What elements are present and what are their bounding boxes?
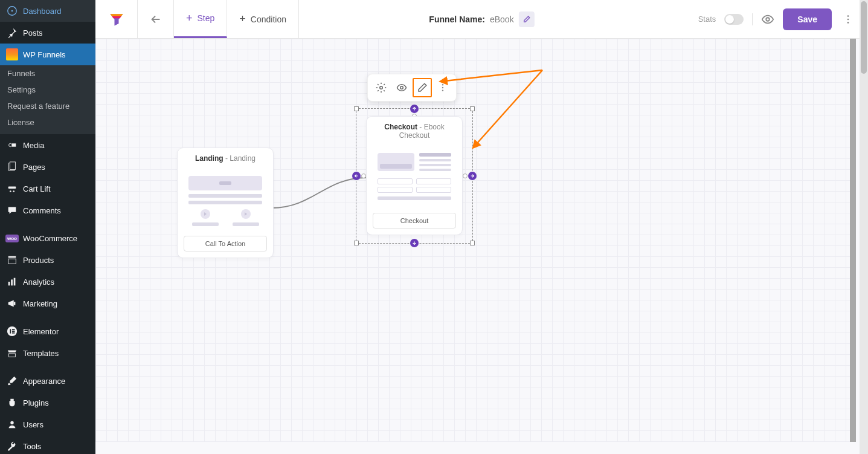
svg-rect-9 [8,259,16,264]
funnel-icon [108,11,125,28]
resize-handle[interactable] [354,106,359,111]
svg-rect-13 [14,302,16,305]
sidebar-item-label: Elementor [23,327,59,336]
sidebar-item-dashboard[interactable]: Dashboard [0,0,95,22]
sidebar-item-label: WooCommerce [23,234,77,243]
port-top[interactable] [410,105,419,113]
sidebar-item-marketing[interactable]: Marketing [0,293,95,314]
dashboard-icon [6,5,18,17]
sidebar-item-label: Users [23,420,43,429]
page-icon [6,161,18,173]
eye-icon [761,13,774,26]
media-icon [6,139,18,151]
edit-name-button[interactable] [519,11,535,27]
stats-toggle[interactable] [724,14,744,25]
woo-icon: woo [6,232,18,244]
sidebar-item-comments[interactable]: Comments [0,199,95,221]
user-icon [6,418,18,430]
submenu-request[interactable]: Request a feature [0,98,95,114]
gear-icon [376,82,387,93]
wpfunnels-icon [6,48,18,60]
wrench-icon [6,440,18,452]
resize-handle[interactable] [470,106,475,111]
products-icon [6,254,18,266]
svg-point-20 [10,421,13,424]
tab-step[interactable]: + Step [174,0,227,38]
svg-point-2 [9,143,12,146]
svg-point-7 [13,190,14,192]
submenu-settings[interactable]: Settings [0,82,95,98]
svg-rect-12 [14,278,16,286]
sidebar-item-label: Plugins [23,398,49,407]
plug-icon [6,397,18,409]
analytics-icon [6,276,18,288]
eye-icon [396,82,407,93]
sidebar-item-media[interactable]: Media [0,134,95,156]
sidebar-item-templates[interactable]: Templates [0,342,95,364]
submenu-license[interactable]: License [0,114,95,131]
cta-button[interactable]: Checkout [373,213,456,229]
svg-point-26 [400,86,403,89]
scrollbar[interactable] [860,0,868,454]
port-left[interactable] [352,172,361,180]
tab-condition[interactable]: + Condition [227,0,299,38]
svg-point-29 [442,90,443,91]
sidebar-item-wpfunnels[interactable]: WP Funnels [0,44,95,65]
step-card-landing[interactable]: Landing - Landing Call To Action [177,148,274,258]
back-button[interactable] [138,0,174,38]
port-bottom[interactable] [410,239,419,247]
funnel-name-label: Funnel Name: [429,15,485,24]
sidebar-item-elementor[interactable]: Elementor [0,320,95,342]
sidebar-item-label: Marketing [23,299,57,308]
sidebar-item-tools[interactable]: Tools [0,435,95,454]
sidebar-item-label: Media [23,141,44,150]
funnel-name: Funnel Name: eBook [429,11,534,27]
templates-icon [6,347,18,359]
sidebar-item-cartlift[interactable]: Cart Lift [0,178,95,199]
stats-label: Stats [698,15,716,24]
dots-vertical-icon [438,83,448,92]
step-more-button[interactable] [433,78,452,97]
svg-point-28 [442,87,443,88]
cta-button[interactable]: Call To Action [184,236,267,251]
svg-rect-16 [12,329,15,330]
tab-label: Condition [251,15,286,24]
preview-button[interactable] [761,13,774,26]
view-button[interactable] [392,78,411,97]
sidebar-item-label: Products [23,256,54,265]
sidebar-item-plugins[interactable]: Plugins [0,392,95,413]
sidebar-item-users[interactable]: Users [0,413,95,435]
more-menu-button[interactable] [840,11,856,27]
submenu-funnels[interactable]: Funnels [0,65,95,82]
sidebar-item-posts[interactable]: Posts [0,22,95,44]
sidebar-item-label: Tools [23,442,41,451]
sidebar-item-pages[interactable]: Pages [0,156,95,178]
app-logo[interactable] [95,0,138,38]
sidebar-item-products[interactable]: Products [0,249,95,271]
elementor-icon [6,325,18,337]
step-title: - Landing [225,154,256,163]
sidebar-item-label: Pages [23,163,45,172]
sidebar-item-label: Appearance [23,377,65,386]
step-card-checkout[interactable]: Checkout - Ebook Checkout Checkout [366,116,463,235]
sidebar-item-appearance[interactable]: Appearance [0,370,95,392]
pin-icon [6,27,18,39]
sidebar-item-analytics[interactable]: Analytics [0,271,95,293]
save-button[interactable]: Save [783,8,832,30]
svg-rect-4 [10,162,15,170]
svg-rect-19 [9,354,16,357]
resize-handle[interactable] [354,241,359,245]
port-right[interactable] [468,172,477,180]
scrollbar-thumb[interactable] [861,1,867,74]
edit-button[interactable] [413,78,432,97]
svg-point-25 [380,86,383,89]
sidebar-item-woocommerce[interactable]: woo WooCommerce [0,227,95,249]
plus-icon: + [239,13,246,25]
settings-button[interactable] [371,78,391,97]
resize-handle[interactable] [470,241,475,245]
svg-rect-5 [8,186,16,189]
topbar: + Step + Condition Funnel Name: eBook St… [95,0,868,39]
plus-icon: + [186,12,193,25]
funnel-canvas[interactable]: Landing - Landing Call To Action [95,39,856,442]
sidebar-item-label: Dashboard [23,7,62,16]
